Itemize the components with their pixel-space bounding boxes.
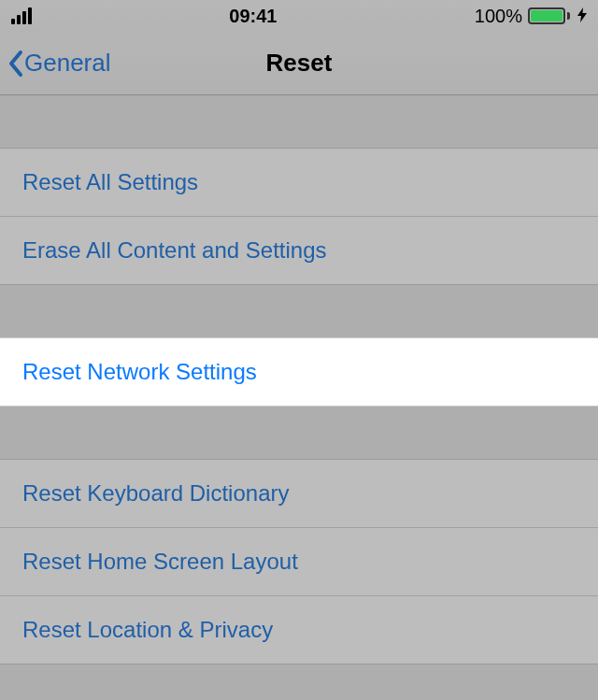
status-bar: 09:41 100%: [0, 0, 598, 32]
row-label: Reset Network Settings: [22, 359, 257, 384]
reset-group-1: Reset All Settings Erase All Content and…: [0, 148, 598, 285]
nav-bar: General Reset: [0, 32, 598, 95]
charging-bolt-icon: [577, 7, 587, 25]
row-label: Reset Keyboard Dictionary: [22, 480, 289, 506]
status-time: 09:41: [229, 6, 277, 27]
row-label: Reset Location & Privacy: [22, 617, 273, 642]
chevron-left-icon: [7, 50, 24, 78]
reset-group-3: Reset Keyboard Dictionary Reset Home Scr…: [0, 459, 598, 664]
battery-icon: [528, 7, 570, 24]
status-left: [11, 7, 32, 24]
cellular-signal-icon: [11, 7, 32, 24]
reset-network-settings-row[interactable]: Reset Network Settings: [0, 337, 598, 407]
back-button[interactable]: General: [0, 49, 111, 78]
reset-location-privacy-row[interactable]: Reset Location & Privacy: [0, 596, 598, 664]
reset-keyboard-dictionary-row[interactable]: Reset Keyboard Dictionary: [0, 459, 598, 528]
reset-group-2: Reset Network Settings: [0, 337, 598, 407]
status-right: 100%: [475, 6, 587, 27]
page-title: Reset: [266, 49, 333, 78]
back-label: General: [24, 49, 111, 78]
reset-home-screen-layout-row[interactable]: Reset Home Screen Layout: [0, 528, 598, 596]
erase-all-content-row[interactable]: Erase All Content and Settings: [0, 217, 598, 285]
reset-all-settings-row[interactable]: Reset All Settings: [0, 148, 598, 217]
section-gap: [0, 285, 598, 337]
row-label: Reset Home Screen Layout: [22, 549, 298, 574]
section-gap: [0, 95, 598, 148]
row-label: Reset All Settings: [22, 169, 198, 194]
battery-percent: 100%: [475, 6, 522, 27]
section-gap: [0, 407, 598, 459]
row-label: Erase All Content and Settings: [22, 237, 327, 263]
